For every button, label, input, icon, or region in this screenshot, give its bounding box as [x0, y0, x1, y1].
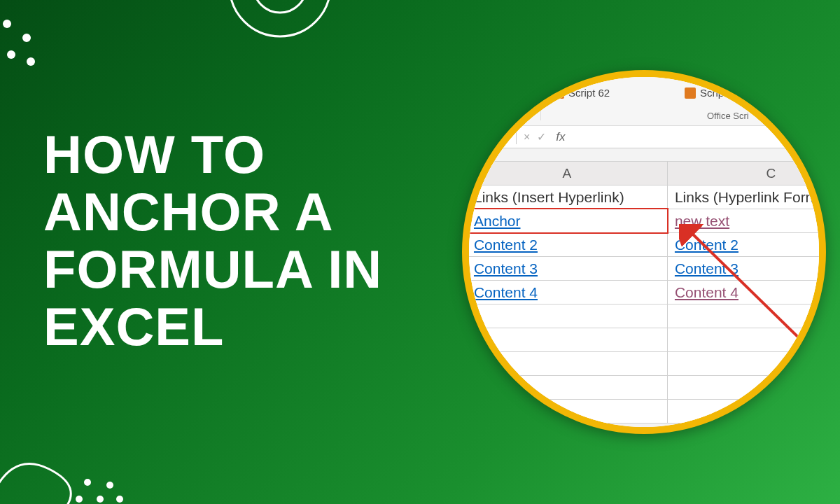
row-header[interactable]	[462, 328, 466, 352]
excel-screenshot-frame: pt ript 66 Scrip Script 62 Script 64 g T…	[462, 70, 826, 434]
cell[interactable]: Links (Hyperlink Forn	[667, 186, 826, 209]
ribbon-script-item[interactable]: Script 62	[553, 87, 610, 99]
excel-ribbon: pt ript 66 Scrip Script 62 Script 64 g T…	[462, 70, 826, 126]
cell[interactable]: Content 3	[466, 257, 667, 281]
hyperlink[interactable]: Anchor	[474, 213, 521, 229]
script-label: Script 64	[700, 87, 741, 99]
cell-selected[interactable]: Anchor	[466, 209, 667, 233]
ribbon-group-label-right: Office Scri	[707, 111, 749, 121]
cell[interactable]: new text	[667, 209, 826, 233]
cell[interactable]	[466, 400, 667, 424]
formula-enter-icon[interactable]: ✓	[537, 130, 546, 144]
row-header[interactable]: 3	[462, 233, 466, 257]
script-icon	[685, 88, 696, 99]
cell[interactable]	[667, 304, 826, 328]
formula-cancel-icon[interactable]: ×	[524, 131, 530, 144]
cell[interactable]	[667, 376, 826, 400]
hyperlink[interactable]: Content 3	[675, 260, 738, 276]
cell[interactable]	[466, 304, 667, 328]
cell[interactable]: Content 4	[667, 281, 826, 304]
script-label: Script 62	[568, 87, 610, 99]
table-row	[462, 352, 826, 376]
svg-point-0	[230, 0, 330, 36]
formula-bar[interactable]: ▼ × ✓ fx	[462, 126, 826, 148]
row-header[interactable]	[462, 352, 466, 376]
spreadsheet-grid[interactable]: A C 1 Links (Insert Hyperlink) Links (Hy…	[462, 161, 826, 424]
cell[interactable]: Links (Insert Hyperlink)	[466, 186, 667, 209]
row-header[interactable]	[462, 304, 466, 328]
ribbon-script-item[interactable]: Scrip	[685, 70, 724, 76]
ribbon-redbox-label: pt	[498, 91, 507, 103]
row-header[interactable]: 1	[462, 186, 466, 209]
script-icon	[685, 70, 696, 76]
ribbon-group-label-left: g Tools	[496, 111, 524, 121]
row-header[interactable]: 4	[462, 257, 466, 281]
hyperlink[interactable]: Content 4	[675, 284, 738, 300]
cell[interactable]	[466, 328, 667, 352]
decorative-shape-bottom-left	[0, 420, 126, 504]
ribbon-script-item[interactable]: Script 64	[685, 87, 741, 99]
table-row: 4 Content 3 Content 3	[462, 257, 826, 281]
svg-point-1	[253, 0, 307, 13]
script-label: Scrip	[700, 70, 724, 76]
hyperlink[interactable]: new text	[675, 213, 729, 229]
cell[interactable]: Content 2	[667, 233, 826, 257]
cell[interactable]: Content 3	[667, 257, 826, 281]
hyperlink[interactable]: Content 2	[474, 237, 538, 253]
table-row	[462, 400, 826, 424]
cell[interactable]: Content 4	[466, 281, 667, 304]
column-header[interactable]: A	[466, 162, 667, 186]
table-row	[462, 328, 826, 352]
row-header[interactable]	[462, 281, 466, 304]
table-row: 3 Content 2 Content 2	[462, 233, 826, 257]
name-box-dropdown-icon[interactable]: ▼	[497, 133, 505, 141]
select-all-corner[interactable]	[462, 162, 466, 186]
table-row: Content 4 Content 4	[462, 281, 826, 304]
spacer	[462, 148, 826, 161]
ribbon-script-item[interactable]: ript 66	[553, 70, 598, 76]
fx-label[interactable]: fx	[556, 130, 565, 144]
hyperlink[interactable]: Content 4	[474, 284, 538, 300]
headline-text: How to Anchor a Formula in Excel	[43, 126, 435, 356]
table-row: 1 Links (Insert Hyperlink) Links (Hyperl…	[462, 186, 826, 209]
decorative-circles-top	[217, 0, 343, 63]
cell[interactable]	[667, 400, 826, 424]
hyperlink[interactable]: Content 3	[474, 260, 538, 276]
hyperlink[interactable]: Content 2	[675, 237, 738, 253]
ribbon-separator	[540, 70, 541, 120]
row-header[interactable]: 2	[462, 209, 466, 233]
table-row	[462, 376, 826, 400]
excel-screenshot: pt ript 66 Scrip Script 62 Script 64 g T…	[462, 70, 826, 434]
script-icon	[553, 70, 564, 76]
column-header[interactable]: C	[667, 162, 826, 186]
cell[interactable]	[667, 328, 826, 352]
table-row: 2 Anchor new text	[462, 209, 826, 233]
cell[interactable]: Content 2	[466, 233, 667, 257]
cell[interactable]	[466, 352, 667, 376]
table-row	[462, 304, 826, 328]
cell[interactable]	[466, 376, 667, 400]
formula-bar-separator	[516, 130, 517, 144]
script-icon	[553, 88, 564, 99]
row-header[interactable]	[462, 400, 466, 424]
ribbon-highlighted-button[interactable]	[490, 70, 525, 105]
script-label: ript 66	[568, 70, 598, 76]
cell[interactable]	[667, 352, 826, 376]
row-header[interactable]	[462, 376, 466, 400]
